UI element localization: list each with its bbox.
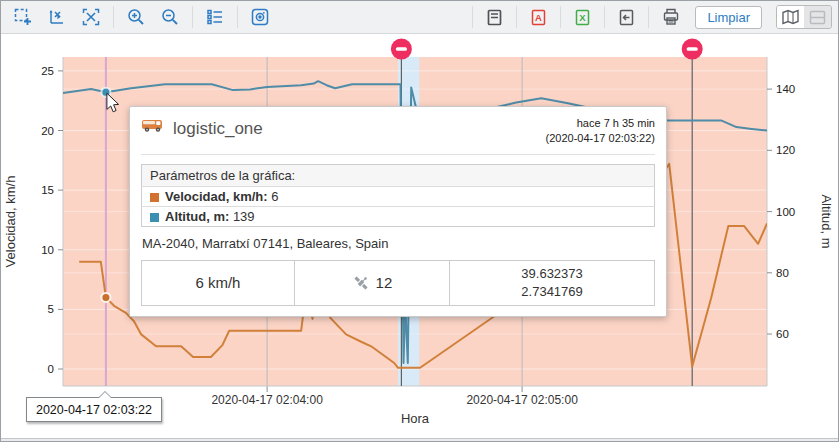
longitude-value: 2.7341769 — [521, 284, 582, 299]
address-text: MA-2040, Marratxí 07141, Baleares, Spain — [142, 236, 654, 251]
y-left-tick-label: 20 — [41, 125, 54, 137]
export-excel-icon: X — [573, 8, 592, 27]
bottom-strip — [1, 438, 838, 442]
toolbar-left-group — [7, 4, 276, 30]
unit-name: logistic_one — [173, 119, 263, 139]
zoom-out-icon — [160, 7, 180, 27]
export-file-button[interactable] — [614, 4, 639, 30]
time-ago: hace 7 h 35 min — [577, 117, 655, 129]
map-view-icon — [781, 9, 800, 25]
param-row-velocity: Velocidad, km/h: 6 — [142, 186, 655, 206]
y-left-tick-label: 5 — [48, 303, 54, 315]
toolbar-separator — [516, 6, 517, 28]
chart-legend-button[interactable] — [202, 4, 228, 30]
chart-trace-icon — [250, 7, 270, 27]
unit-tooltip: logistic_one hace 7 h 35 min (2020-04-17… — [129, 106, 667, 317]
view-toggle-group — [776, 5, 832, 29]
toolbar-separator — [237, 6, 238, 28]
toolbar-separator — [604, 6, 605, 28]
chart-legend-icon — [205, 7, 225, 27]
tooltip-header: logistic_one hace 7 h 35 min (2020-04-17… — [141, 116, 655, 146]
y-right-tick-label: 60 — [776, 328, 789, 340]
zoom-extents-icon — [81, 7, 101, 27]
tooltip-divider — [141, 154, 655, 155]
param-value: 139 — [233, 209, 255, 224]
y-left-tick-label: 15 — [41, 184, 54, 196]
export-file-icon — [617, 8, 636, 27]
zoom-in-button[interactable] — [123, 4, 149, 30]
split-view-button[interactable] — [804, 6, 831, 28]
coordinates-cell: 39.6323732.7341769 — [449, 261, 654, 305]
zoom-area-icon — [13, 7, 33, 27]
latitude-value: 39.632373 — [521, 266, 582, 281]
satellite-icon — [352, 274, 370, 292]
zoom-axis-x-button[interactable] — [44, 4, 70, 30]
map-view-button[interactable] — [777, 6, 804, 28]
delivery-truck-icon — [141, 116, 165, 134]
x-tick-label: 2020-04-17 02:04:00 — [211, 393, 323, 407]
y-right-tick-label: 100 — [776, 206, 795, 218]
chart-area: 2020-04-17 02:04:002020-04-17 02:05:0005… — [1, 34, 839, 438]
y-right-tick-label: 140 — [776, 83, 795, 95]
toolbar-separator — [560, 6, 561, 28]
x-axis-title: Hora — [401, 411, 430, 426]
param-label: Velocidad, km/h: — [165, 189, 268, 204]
zoom-extents-button[interactable] — [78, 4, 104, 30]
report-button[interactable] — [482, 4, 507, 30]
param-value: 6 — [271, 189, 278, 204]
remove-marker-button[interactable] — [682, 39, 703, 60]
toolbar-separator — [648, 6, 649, 28]
zoom-in-icon — [126, 7, 146, 27]
print-icon — [661, 7, 681, 27]
toolbar-separator — [192, 6, 193, 28]
svg-text:X: X — [580, 12, 587, 23]
zoom-out-button[interactable] — [157, 4, 183, 30]
zoom-area-button[interactable] — [10, 4, 36, 30]
param-label: Altitud, m: — [165, 209, 229, 224]
chart-toolbar: A X Limpiar — [1, 1, 838, 34]
velocity-swatch — [150, 193, 159, 202]
y-left-tick-label: 0 — [48, 363, 54, 375]
message-timestamp: (2020-04-17 02:03:22) — [546, 132, 655, 144]
params-header: Parámetros de la gráfica: — [142, 164, 655, 186]
param-row-altitude: Altitud, m: 139 — [142, 206, 655, 226]
clear-button[interactable]: Limpiar — [695, 6, 762, 29]
graph-params-table: Parámetros de la gráfica: Velocidad, km/… — [141, 164, 655, 227]
report-icon — [485, 8, 504, 27]
y-left-tick-label: 25 — [41, 65, 54, 77]
toolbar-separator — [472, 6, 473, 28]
chart-trace-button[interactable] — [247, 4, 273, 30]
tooltip-time-block: hace 7 h 35 min (2020-04-17 02:03:22) — [546, 116, 655, 146]
y-left-axis-title: Velocidad, km/h — [3, 176, 18, 268]
zoom-axis-x-icon — [47, 7, 67, 27]
svg-text:A: A — [535, 12, 542, 23]
remove-marker-button[interactable] — [391, 39, 412, 60]
print-button[interactable] — [658, 4, 684, 30]
satellites-cell: 12 — [294, 261, 449, 305]
satellite-count: 12 — [376, 274, 393, 291]
toolbar-right-group: A X Limpiar — [468, 4, 832, 30]
y-right-tick-label: 80 — [776, 267, 789, 279]
export-pdf-icon: A — [529, 8, 548, 27]
export-excel-button[interactable]: X — [570, 4, 595, 30]
toolbar-separator — [113, 6, 114, 28]
speed-cell: 6 km/h — [142, 261, 294, 305]
velocity-point-highlight — [101, 293, 110, 302]
y-right-axis-title: Altitud, m — [819, 194, 834, 248]
tooltip-stats-row: 6 km/h 12 39.6323732.7341769 — [141, 260, 655, 306]
messages-chart-window: A X Limpiar 2020-04-17 02:04:002020-04-1… — [0, 0, 839, 442]
split-view-icon — [809, 10, 826, 25]
x-cursor-label: 2020-04-17 02:03:22 — [26, 397, 162, 422]
y-right-tick-label: 120 — [776, 144, 795, 156]
altitude-swatch — [150, 213, 159, 222]
export-pdf-button[interactable]: A — [526, 4, 551, 30]
x-tick-label: 2020-04-17 02:05:00 — [466, 393, 578, 407]
y-left-tick-label: 10 — [41, 244, 54, 256]
